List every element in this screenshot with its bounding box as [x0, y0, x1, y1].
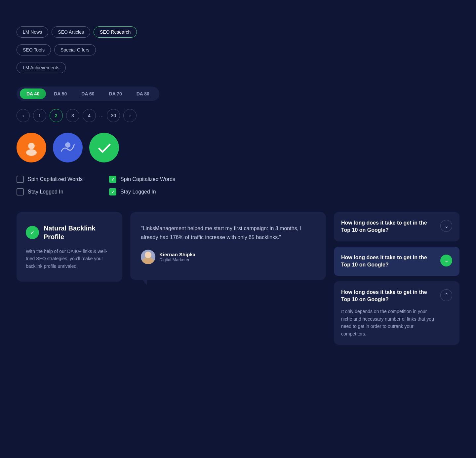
faq-card-1: How long does it take to get in the Top …: [334, 212, 459, 241]
author-title: Digital Marketer: [159, 257, 195, 262]
da-tab-60[interactable]: DA 60: [75, 88, 101, 99]
checkboxes-section: Spin Capitalized Words Stay Logged In Sp…: [17, 176, 459, 195]
checkbox-spin-right-box[interactable]: [109, 176, 116, 183]
checkbox-spin-left-label: Spin Capitalized Words: [28, 176, 83, 182]
pagination-page-1[interactable]: 1: [33, 109, 46, 122]
speech-tail: [142, 279, 147, 285]
checkbox-login-left-label: Stay Logged In: [28, 189, 63, 195]
faq-2-toggle[interactable]: ⌄: [440, 255, 452, 266]
da-tab-70[interactable]: DA 70: [102, 88, 129, 99]
pagination-page-2[interactable]: 2: [50, 109, 63, 122]
faq-card-2: How long does it take to get in the Top …: [334, 247, 459, 276]
pagination-page-4[interactable]: 4: [83, 109, 96, 122]
pagination-page-30[interactable]: 30: [107, 109, 120, 122]
nav-seo-research[interactable]: SEO Research: [94, 26, 137, 38]
checkbox-spin-right-label: Spin Capitalized Words: [120, 176, 175, 182]
faq-3-inner: How long does it take to get in the Top …: [341, 289, 436, 337]
faq-2-question: How long does it take to get in the Top …: [341, 254, 436, 269]
checkbox-group-right: Spin Capitalized Words Stay Logged In: [109, 176, 175, 195]
checkbox-spin-left: Spin Capitalized Words: [17, 176, 83, 183]
testimonial-card: "LinksManagement helped me start my firs…: [130, 212, 326, 280]
cards-section: ✓ Natural Backlink Profile With the help…: [17, 212, 459, 345]
pagination-prev[interactable]: ‹: [17, 109, 30, 122]
pagination-next[interactable]: ›: [123, 109, 137, 122]
author-info: Kiernan Shipka Digital Marketer: [159, 252, 195, 262]
da-tab-40[interactable]: DA 40: [20, 88, 46, 99]
testimonial-quote: "LinksManagement helped me start my firs…: [141, 224, 315, 242]
natural-backlink-card: ✓ Natural Backlink Profile With the help…: [17, 212, 122, 282]
faq-3-question: How long does it take to get in the Top …: [341, 289, 436, 303]
checkbox-login-right: Stay Logged In: [109, 188, 175, 195]
left-card-title: Natural Backlink Profile: [44, 224, 113, 241]
page-container: LM News SEO Articles SEO Research SEO To…: [0, 0, 476, 371]
check-circle-icon: ✓: [26, 226, 39, 239]
da-tab-80[interactable]: DA 80: [130, 88, 156, 99]
checkbox-spin-right: Spin Capitalized Words: [109, 176, 175, 183]
nav-row-2: SEO Tools Special Offers: [17, 44, 459, 55]
da-tab-50[interactable]: DA 50: [47, 88, 73, 99]
svg-point-3: [65, 142, 70, 148]
svg-point-1: [26, 149, 37, 156]
svg-point-6: [143, 259, 153, 264]
avatar-green: [89, 133, 119, 162]
checkbox-group-left: Spin Capitalized Words Stay Logged In: [17, 176, 83, 195]
avatars-row: [17, 133, 459, 162]
nav-special-offers[interactable]: Special Offers: [54, 44, 96, 55]
pagination: ‹ 1 2 3 4 ... 30 ›: [17, 109, 459, 122]
pagination-dots: ...: [99, 113, 103, 119]
da-tabs: DA 40 DA 50 DA 60 DA 70 DA 80: [17, 87, 159, 101]
pagination-page-3[interactable]: 3: [66, 109, 79, 122]
faq-1-question: How long does it take to get in the Top …: [341, 219, 436, 234]
nav-seo-articles[interactable]: SEO Articles: [52, 26, 90, 38]
svg-point-0: [28, 143, 35, 149]
checkbox-spin-left-box[interactable]: [17, 176, 24, 183]
left-card-description: With the help of our DA40+ links & well-…: [26, 248, 113, 270]
checkbox-login-right-label: Stay Logged In: [120, 189, 156, 195]
avatar-blue: [53, 133, 83, 162]
faq-1-toggle[interactable]: ⌄: [440, 220, 452, 232]
avatar-orange: [17, 133, 46, 162]
author-name: Kiernan Shipka: [159, 252, 195, 257]
faq-2-inner: How long does it take to get in the Top …: [341, 254, 436, 269]
author-avatar: [141, 250, 155, 264]
checkbox-login-left-box[interactable]: [17, 188, 24, 195]
nav-row-1: LM News SEO Articles SEO Research: [17, 26, 459, 38]
nav-lm-achievements[interactable]: LM Achievements: [17, 62, 66, 73]
svg-point-5: [145, 252, 151, 258]
faq-3-toggle[interactable]: ⌃: [440, 289, 452, 301]
checkbox-login-right-box[interactable]: [109, 188, 116, 195]
faq-card-3: How long does it take to get in the Top …: [334, 281, 459, 345]
nav-lm-news[interactable]: LM News: [17, 26, 48, 38]
nav-seo-tools[interactable]: SEO Tools: [17, 44, 51, 55]
faq-3-answer: It only depends on the competition in yo…: [341, 308, 436, 337]
testimonial-author: Kiernan Shipka Digital Marketer: [141, 250, 315, 264]
faq-section: How long does it take to get in the Top …: [334, 212, 459, 345]
nav-row-3: LM Achievements: [17, 62, 459, 73]
faq-1-inner: How long does it take to get in the Top …: [341, 219, 436, 234]
checkbox-login-left: Stay Logged In: [17, 188, 83, 195]
left-card-header: ✓ Natural Backlink Profile: [26, 224, 113, 241]
